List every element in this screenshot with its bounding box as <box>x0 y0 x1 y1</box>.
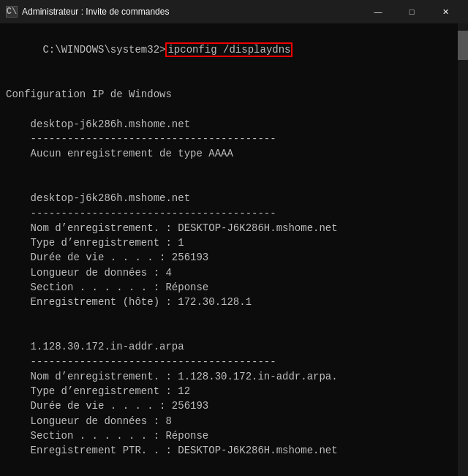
entry1-sep: ---------------------------------------- <box>6 132 462 146</box>
entry3-field6: Enregistrement PTR. . : DESKTOP-J6K286H.… <box>6 443 462 458</box>
entry2-field3: Durée de vie . . . . : 256193 <box>6 250 462 265</box>
entry3-field4: Longueur de données : 8 <box>6 414 462 428</box>
console-output[interactable]: C:\WINDOWS\system32>ipconfig /displaydns… <box>0 23 468 476</box>
window-icon: C\ <box>6 6 18 18</box>
entry3-name: 1.128.30.172.in-addr.arpa <box>6 339 462 354</box>
close-button[interactable]: ✕ <box>429 0 462 23</box>
blank-line-8 <box>6 473 462 476</box>
maximize-button[interactable]: □ <box>395 0 429 23</box>
blank-line-1 <box>6 72 462 87</box>
command-highlight: ipconfig /displaydns <box>165 42 292 57</box>
entry3-field2: Type d’enregistrement : 12 <box>6 384 462 398</box>
blank-line-3 <box>6 162 462 176</box>
prompt-text-1: C:\WINDOWS\system32> <box>42 44 165 56</box>
entry2-name: desktop-j6k286h.mshome.net <box>6 191 462 205</box>
entry3-sep: ---------------------------------------- <box>6 355 462 369</box>
blank-line-6 <box>6 325 462 339</box>
window-title: Administrateur : Invite de commandes <box>22 7 361 17</box>
blank-line-4 <box>6 176 462 191</box>
entry1-name: desktop-j6k286h.mshome.net <box>6 117 462 132</box>
blank-line-5 <box>6 310 462 325</box>
entry1-msg: Aucun enregistrement de type AAAA <box>6 146 462 161</box>
entry3-field5: Section . . . . . . : Réponse <box>6 428 462 443</box>
entry3-field3: Durée de vie . . . . : 256193 <box>6 398 462 413</box>
entry2-field5: Section . . . . . . : Réponse <box>6 280 462 295</box>
scrollbar-thumb[interactable] <box>458 31 468 60</box>
entry2-field6: Enregistrement (hôte) : 172.30.128.1 <box>6 295 462 309</box>
blank-line-2 <box>6 102 462 116</box>
blank-line-7 <box>6 458 462 473</box>
minimize-button[interactable]: — <box>361 0 395 23</box>
prompt-line-1: C:\WINDOWS\system32>ipconfig /displaydns <box>6 28 462 72</box>
scrollbar[interactable] <box>458 23 468 476</box>
entry3-field1: Nom d’enregistrement. : 1.128.30.172.in-… <box>6 369 462 384</box>
titlebar: C\ Administrateur : Invite de commandes … <box>0 0 468 23</box>
entry2-field1: Nom d’enregistrement. : DESKTOP-J6K286H.… <box>6 221 462 235</box>
entry2-sep: ---------------------------------------- <box>6 206 462 221</box>
cmd-window: C\ Administrateur : Invite de commandes … <box>0 0 468 476</box>
config-title-line: Configuration IP de Windows <box>6 87 462 102</box>
window-controls: — □ ✕ <box>361 0 462 23</box>
entry2-field4: Longueur de données : 4 <box>6 265 462 280</box>
entry2-field2: Type d’enregistrement : 1 <box>6 235 462 250</box>
